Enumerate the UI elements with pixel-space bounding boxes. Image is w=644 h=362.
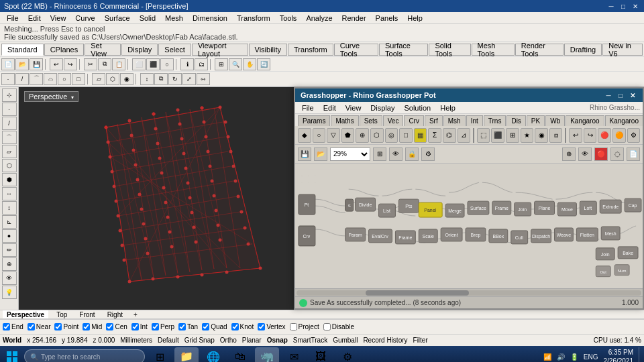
dim-tool[interactable]: ↕ (2, 201, 17, 215)
snap-perp-check[interactable] (152, 323, 159, 330)
gh-tb-btn7[interactable]: ◎ (385, 128, 398, 143)
gh-doc-btn[interactable]: 📄 (627, 147, 640, 161)
gh-menu-help[interactable]: Help (436, 103, 460, 113)
menu-solid[interactable]: Solid (136, 13, 160, 23)
menu-edit[interactable]: Edit (24, 13, 45, 23)
sphere-button[interactable]: ◉ (120, 73, 133, 85)
taskbar-app-settings[interactable]: ⚙ (335, 347, 360, 362)
rotate2-button[interactable]: ↻ (168, 73, 182, 85)
window-select-button[interactable]: ⬛ (146, 58, 160, 70)
snap-knot-check[interactable] (231, 323, 239, 330)
gh-preview-off-btn[interactable]: 🔴 (594, 147, 608, 161)
gh-tb-btn8[interactable]: □ (399, 128, 413, 143)
layer-button[interactable]: 🗂 (195, 58, 208, 70)
new-file-button[interactable]: 📄 (1, 58, 15, 70)
show-desktop-button[interactable] (639, 347, 641, 362)
gh-tb-btn15[interactable]: ⊞ (506, 128, 519, 143)
gh-close-button[interactable]: ✕ (628, 90, 637, 100)
gh-fit-btn[interactable]: ⊞ (373, 147, 386, 161)
tab-surface-tools[interactable]: Surface Tools (379, 44, 428, 56)
gh-lock-btn[interactable]: 🔒 (405, 147, 419, 161)
render-tool[interactable]: ● (2, 229, 17, 243)
menu-render[interactable]: Render (338, 13, 370, 23)
snap-cen-check[interactable] (106, 323, 113, 330)
zoom-window-button[interactable]: 🔍 (229, 58, 242, 70)
gh-scrollbar[interactable] (295, 288, 643, 296)
maximize-button[interactable]: □ (619, 1, 628, 11)
snap-tool[interactable]: ⊕ (2, 257, 17, 271)
gh-tb-btn4[interactable]: ⬟ (341, 128, 355, 143)
gh-bake-btn[interactable]: ⊕ (562, 147, 576, 161)
rotate-button[interactable]: 🔄 (257, 58, 270, 70)
taskbar-app-store[interactable]: 🛍 (228, 347, 252, 362)
gh-tb-btn2[interactable]: ○ (313, 128, 326, 143)
gh-tab-wb[interactable]: Wb (545, 115, 565, 126)
gh-tab-crv[interactable]: Crv (404, 115, 424, 126)
grid-snap-label[interactable]: Grid Snap (184, 337, 215, 344)
vp-tab-top[interactable]: Top (52, 310, 71, 318)
save-button[interactable]: 💾 (30, 58, 43, 70)
gh-tb-btn19[interactable]: ↩ (569, 128, 582, 143)
gh-tab-kang2[interactable]: Kangaroo (605, 115, 643, 126)
vp-tab-perspective[interactable]: Perspective (3, 310, 48, 318)
tab-solid-tools[interactable]: Solid Tools (429, 44, 470, 56)
tab-curve-tools[interactable]: Curve Tools (334, 44, 378, 56)
gh-save-btn[interactable]: 💾 (298, 147, 311, 161)
smarttrack-label[interactable]: SmartTrack (293, 337, 327, 344)
snap-disable-check[interactable] (323, 323, 331, 330)
taskbar-task-view[interactable]: ⊞ (148, 347, 172, 362)
snap-mid[interactable]: Mid (83, 323, 102, 330)
snap-end-check[interactable] (3, 323, 10, 330)
gh-window-controls[interactable]: ─ □ ✕ (604, 90, 637, 100)
gh-tb-btn5[interactable]: ⊕ (356, 128, 369, 143)
select-tool[interactable]: ⊹ (2, 88, 17, 102)
gh-menu-view[interactable]: View (341, 103, 366, 113)
transform-tool[interactable]: ↔ (2, 187, 17, 200)
mirror-button[interactable]: ⇿ (197, 73, 210, 85)
gh-tab-vec[interactable]: Vec (383, 115, 404, 126)
draft-tool[interactable]: ✏ (2, 243, 17, 257)
gh-tb-btn10[interactable]: Σ (428, 128, 441, 143)
snap-point-check[interactable] (54, 323, 62, 330)
gh-tab-msh[interactable]: Msh (443, 115, 466, 126)
snap-project[interactable]: Project (290, 323, 319, 330)
gh-settings-btn[interactable]: ⚙ (421, 147, 435, 161)
point-tool[interactable]: · (2, 103, 17, 116)
menu-transform[interactable]: Transform (233, 13, 274, 23)
snap-int[interactable]: Int (131, 323, 148, 330)
menu-mesh[interactable]: Mesh (161, 13, 187, 23)
close-button[interactable]: ✕ (631, 1, 640, 11)
snap-end[interactable]: End (3, 323, 23, 330)
gh-tb-btn23[interactable]: ⚙ (627, 128, 641, 143)
scale-button[interactable]: ⤢ (182, 73, 196, 85)
menu-surface[interactable]: Surface (101, 13, 134, 23)
surface-btn[interactable]: ▱ (92, 73, 105, 85)
gh-tab-int[interactable]: Int (466, 115, 483, 126)
tab-set-view[interactable]: Set View (85, 44, 121, 56)
snap-near-check[interactable] (28, 323, 35, 330)
gh-tb-btn14[interactable]: ⬛ (491, 128, 504, 143)
curve-tool[interactable]: ⌒ (2, 131, 17, 144)
gh-tab-dis[interactable]: Dis (506, 115, 525, 126)
snap-point[interactable]: Point (54, 323, 78, 330)
snap-mid-check[interactable] (83, 323, 90, 330)
planar-label[interactable]: Planar (242, 337, 262, 344)
line-tool[interactable]: / (2, 117, 17, 130)
tab-render-tools[interactable]: Render Tools (515, 44, 564, 56)
deselect-button[interactable]: ○ (160, 58, 174, 70)
zoom-extents-button[interactable]: ⊞ (215, 58, 228, 70)
gh-tb-btn17[interactable]: ◉ (535, 128, 548, 143)
pan-button[interactable]: ✋ (243, 58, 256, 70)
light-tool[interactable]: 💡 (2, 286, 17, 299)
snap-near[interactable]: Near (28, 323, 51, 330)
tab-transform[interactable]: Transform (288, 44, 333, 56)
gumball-label[interactable]: Gumball (333, 337, 358, 344)
gh-scrollbar-track[interactable] (297, 290, 641, 296)
battery-icon[interactable]: 🔋 (570, 353, 578, 361)
network-icon[interactable]: 📶 (543, 353, 551, 361)
taskbar-app-explorer[interactable]: 📁 (174, 347, 199, 362)
snap-project-check[interactable] (290, 323, 297, 330)
point-button[interactable]: · (1, 73, 15, 85)
gh-tb-btn11[interactable]: ⌬ (443, 128, 456, 143)
undo-button[interactable]: ↩ (50, 58, 63, 70)
